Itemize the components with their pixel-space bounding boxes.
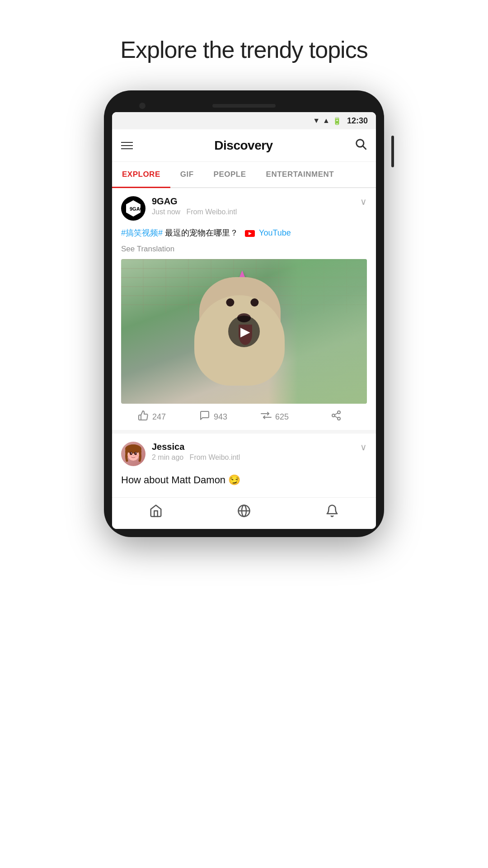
- post-meta-1: 9GAG Just now From Weibo.intl: [152, 196, 360, 216]
- status-time: 12:30: [347, 116, 368, 126]
- like-count: 247: [152, 412, 166, 422]
- post-time-source-2: 2 min ago From Weibo.intl: [152, 453, 360, 462]
- comment-icon: [199, 410, 210, 424]
- speaker-bar: [212, 104, 276, 108]
- side-button: [391, 136, 394, 167]
- search-button[interactable]: [354, 137, 367, 153]
- post-content-1: #搞笑视频# 最逗的宠物在哪里？ ▶ YouTube: [121, 227, 367, 239]
- battery-icon: 🔋: [333, 117, 342, 125]
- svg-line-7: [335, 416, 338, 418]
- wifi-icon: ▼: [313, 117, 320, 125]
- camera-dot: [139, 103, 145, 109]
- bell-icon: [325, 504, 339, 521]
- svg-line-1: [363, 146, 366, 149]
- svg-point-18: [136, 455, 139, 457]
- post-card-1: 9GAG 9GAG Just now From Weibo.intl ∨: [112, 188, 376, 430]
- avatar-9gag[interactable]: 9GAG: [121, 196, 145, 221]
- svg-point-17: [128, 455, 131, 457]
- tabs-bar: EXPLORE GIF PEOPLE ENTERTAINMENT: [112, 162, 376, 188]
- post-actions-1: 247 943: [121, 404, 367, 430]
- nav-notifications[interactable]: [288, 504, 376, 521]
- video-thumbnail-1[interactable]: [121, 259, 367, 404]
- status-icons: ▼ ▲ 🔋 12:30: [313, 116, 368, 126]
- post-time-1: Just now: [152, 208, 180, 216]
- signal-icon: ▲: [323, 117, 330, 125]
- post-time-2: 2 min ago: [152, 453, 183, 461]
- youtube-link[interactable]: ▶ YouTube: [245, 228, 291, 237]
- nav-home[interactable]: [112, 504, 200, 521]
- post-header-2: Jessica 2 min ago From Weibo.intl ∨: [121, 442, 367, 466]
- status-bar: ▼ ▲ 🔋 12:30: [112, 112, 376, 129]
- svg-point-16: [133, 455, 134, 456]
- repost-button[interactable]: 625: [244, 410, 305, 424]
- tab-explore[interactable]: EXPLORE: [112, 162, 170, 187]
- phone-frame: ▼ ▲ 🔋 12:30 Discovery EXPLORE: [104, 90, 384, 537]
- hamburger-line-2: [121, 145, 133, 146]
- share-icon: [331, 410, 342, 424]
- expand-post-2[interactable]: ∨: [360, 442, 367, 453]
- svg-point-15: [136, 453, 136, 453]
- app-title: Discovery: [214, 138, 272, 153]
- expand-post-1[interactable]: ∨: [360, 196, 367, 207]
- repost-count: 625: [275, 412, 289, 422]
- comment-count: 943: [214, 412, 227, 422]
- svg-line-8: [335, 413, 338, 415]
- home-icon: [149, 504, 163, 521]
- menu-button[interactable]: [121, 142, 133, 149]
- dog-eye-right: [250, 298, 258, 307]
- nav-discover[interactable]: [200, 504, 288, 521]
- hamburger-line-3: [121, 148, 133, 149]
- post-card-2: Jessica 2 min ago From Weibo.intl ∨ How …: [112, 434, 376, 494]
- svg-point-12: [130, 452, 132, 455]
- page-heading: Explore the trendy topics: [120, 36, 367, 63]
- hamburger-line-1: [121, 142, 133, 143]
- post-username-1: 9GAG: [152, 196, 178, 206]
- post-meta-2: Jessica 2 min ago From Weibo.intl: [152, 442, 360, 462]
- svg-text:9GAG: 9GAG: [130, 206, 142, 212]
- like-icon: [138, 410, 149, 424]
- yt-label: YouTube: [259, 228, 291, 237]
- post-hashtag-1[interactable]: #搞笑视频#: [121, 228, 163, 237]
- post-time-source-1: Just now From Weibo.intl: [152, 208, 360, 216]
- like-button[interactable]: 247: [121, 410, 183, 424]
- tab-people[interactable]: PEOPLE: [204, 162, 256, 187]
- see-translation-1[interactable]: See Translation: [121, 245, 367, 254]
- bottom-nav: [112, 497, 376, 529]
- post-text-2: How about Matt Damon 😏: [121, 472, 367, 487]
- dog-eye-left: [226, 298, 234, 307]
- play-button[interactable]: [228, 316, 260, 347]
- comment-button[interactable]: 943: [183, 410, 244, 424]
- feed: 9GAG 9GAG Just now From Weibo.intl ∨: [112, 188, 376, 494]
- share-button[interactable]: [305, 410, 367, 424]
- yt-icon: ▶: [245, 230, 255, 237]
- repost-icon: [261, 410, 272, 424]
- avatar-jessica[interactable]: [121, 442, 145, 466]
- post-source-1: From Weibo.intl: [186, 208, 237, 216]
- post-source-2: From Weibo.intl: [190, 453, 240, 461]
- post-text-1: 最逗的宠物在哪里？: [165, 228, 238, 237]
- app-header: Discovery: [112, 129, 376, 162]
- tab-entertainment[interactable]: ENTERTAINMENT: [256, 162, 344, 187]
- jessica-avatar-art: [121, 442, 145, 466]
- phone-screen: ▼ ▲ 🔋 12:30 Discovery EXPLORE: [112, 112, 376, 529]
- svg-point-14: [131, 453, 132, 453]
- post-header-1: 9GAG 9GAG Just now From Weibo.intl ∨: [121, 196, 367, 221]
- tab-gif[interactable]: GIF: [170, 162, 204, 187]
- phone-top-bar: [112, 104, 376, 108]
- post-username-2: Jessica: [152, 442, 184, 452]
- discover-icon: [237, 504, 251, 521]
- svg-point-13: [134, 452, 137, 455]
